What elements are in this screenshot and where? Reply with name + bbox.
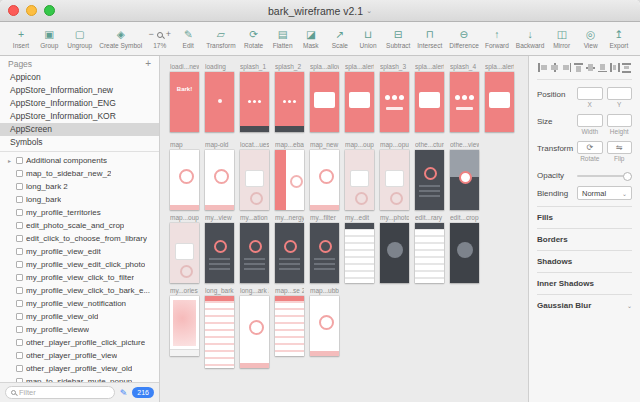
add-page-button[interactable]: + [145,58,151,69]
artboard-label[interactable]: splash_3 [380,63,409,71]
artboard[interactable] [170,296,199,356]
filter-input[interactable]: Filter [5,386,115,399]
toolbar-insert-button[interactable]: +Insert [10,28,32,49]
page-item[interactable]: AppScreen [0,123,159,136]
layer-item[interactable]: my_profile_view_edit [0,245,159,258]
artboard-label[interactable]: map...ubble [310,287,339,295]
align-left-icon[interactable] [537,62,548,73]
artboard-label[interactable]: spla...allow [310,63,339,71]
toolbar-edit-button[interactable]: ✎Edit [177,28,199,49]
artboard[interactable] [240,223,269,283]
toolbar-group-button[interactable]: ▣Group [38,28,60,49]
artboard-label[interactable]: long_bark [205,287,234,295]
artboard-label[interactable]: spla...alert [345,63,374,71]
artboard-label[interactable]: my...photo [380,214,409,222]
layer-item[interactable]: my_profile_view_click_to_bark_e... [0,284,159,297]
layer-item[interactable]: ▸Additional components [0,154,159,167]
chevron-down-icon[interactable]: ⌄ [366,7,372,15]
layer-item[interactable]: my_profile_view_edit_click_photo [0,258,159,271]
artboard-label[interactable]: map [170,141,199,149]
toolbar-mirror-button[interactable]: ◫Mirror [551,28,573,49]
artboard[interactable] [345,72,374,132]
layer-item[interactable]: other_player_profile_view_old [0,362,159,375]
position-y-field[interactable] [607,87,633,100]
page-item[interactable]: Appicon [0,71,159,84]
artboard[interactable] [415,150,444,210]
layer-item[interactable]: edit_photo_scale_and_crop [0,219,159,232]
align-right-icon[interactable] [561,62,572,73]
artboard[interactable] [240,296,269,368]
section-gaussian-blur[interactable]: Gaussian Blur⌄ [537,294,632,316]
artboard-label[interactable]: splash_2 [275,63,304,71]
layer-item[interactable]: edit_click_to_choose_from_library [0,232,159,245]
artboard[interactable] [310,72,339,132]
artboard-label[interactable]: my...filter [310,214,339,222]
layer-item[interactable]: other_player_profile_click_picture [0,336,159,349]
toolbar-subtract-button[interactable]: ⊟Subtract [386,28,410,49]
artboard-label[interactable]: loadi...new [170,63,199,71]
toolbar-intersect-button[interactable]: ⊓Intersect [417,28,442,49]
artboard-label[interactable]: long...ark 2 [240,287,269,295]
artboard[interactable] [205,150,234,210]
artboard-label[interactable]: map_new [310,141,339,149]
section-inner-shadows[interactable]: Inner Shadows [537,272,632,294]
artboard[interactable] [345,223,374,283]
toolbar-union-button[interactable]: ⊔Union [357,28,379,49]
section-borders[interactable]: Borders [537,228,632,250]
artboard[interactable] [450,150,479,210]
layer-item[interactable]: map_to_sidebar_mute_popup [0,375,159,382]
toolbar-view-button[interactable]: ◎View [580,28,602,49]
page-item[interactable]: Symbols [0,136,159,149]
artboard[interactable] [275,72,304,132]
page-item[interactable]: AppStore_Information_new [0,84,159,97]
height-field[interactable] [607,114,633,127]
toolbar-backward-button[interactable]: ↓Backward [516,28,545,49]
width-field[interactable] [577,114,603,127]
artboard[interactable] [310,296,339,356]
toolbar-mask-button[interactable]: ◪Mask [300,28,322,49]
page-item[interactable]: AppStore_Information_KOR [0,110,159,123]
artboard-label[interactable]: splash_4 [450,63,479,71]
artboard[interactable] [380,72,409,132]
toolbar-flatten-button[interactable]: ▤Flatten [272,28,294,49]
artboard[interactable]: Bark! [170,72,199,132]
artboard[interactable] [275,296,304,356]
artboard[interactable] [310,223,339,283]
artboard-label[interactable]: my...view [205,214,234,222]
artboard-label[interactable]: othe...view [450,141,479,149]
zoom-out-icon[interactable]: − [148,28,153,41]
artboard-label[interactable]: map...opup [380,141,409,149]
layer-item[interactable]: map_to_sidebar_new_2 [0,167,159,180]
artboard[interactable] [415,223,444,283]
position-x-field[interactable] [577,87,603,100]
toolbar-create-symbol-button[interactable]: ◈Create Symbol [99,28,142,49]
toolbar-zoom-button[interactable]: −+17% [148,28,171,49]
layer-item[interactable]: my_profile_territories [0,206,159,219]
artboard-label[interactable]: map...ebar [275,141,304,149]
pencil-icon[interactable]: ✎ [120,388,128,398]
disclosure-icon[interactable]: ▸ [6,157,13,164]
artboard-label[interactable]: map-old [205,141,234,149]
artboard[interactable] [240,150,269,210]
artboard-label[interactable]: map...oup [345,141,374,149]
align-bottom-icon[interactable] [597,62,608,73]
artboard-label[interactable]: my...ories [170,287,199,295]
section-shadows[interactable]: Shadows [537,250,632,272]
align-center-h-icon[interactable] [549,62,560,73]
artboard-label[interactable]: my...edit [345,214,374,222]
fullscreen-button[interactable] [44,5,55,16]
align-top-icon[interactable] [573,62,584,73]
artboard-label[interactable]: edit...crop [450,214,479,222]
toolbar-export-button[interactable]: ↥Export [608,28,630,49]
page-item[interactable]: AppStore_Information_ENG [0,97,159,110]
artboard-label[interactable]: my...nergy [275,214,304,222]
distribute-h-icon[interactable] [609,62,620,73]
artboard[interactable] [240,72,269,132]
artboard-label[interactable]: loading [205,63,234,71]
artboard[interactable] [170,223,199,283]
toolbar-forward-button[interactable]: ↑Forward [485,28,509,49]
artboard-label[interactable]: my...ation [240,214,269,222]
layer-item[interactable]: my_profile_view_old [0,310,159,323]
artboard-label[interactable]: othe...cture [415,141,444,149]
artboard-label[interactable]: splash_1 [240,63,269,71]
